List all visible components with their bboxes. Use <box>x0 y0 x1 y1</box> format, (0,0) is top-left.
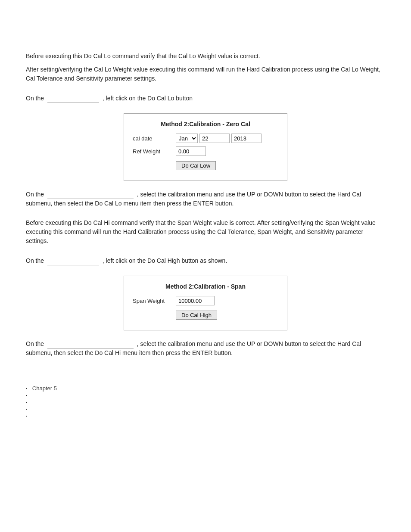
para-cal-lo-verify: Before executing this Do Cal Lo command … <box>26 52 385 61</box>
bullet-dot-2: • <box>26 392 27 399</box>
cal-date-year-input[interactable] <box>231 134 262 143</box>
page-content: Before executing this Do Cal Lo command … <box>0 0 411 445</box>
span-weight-row: Span Weight <box>133 296 278 305</box>
cal-date-label: cal date <box>133 135 176 142</box>
method2-zero-cal-box: Method 2:Calibration - Zero Cal cal date… <box>124 113 287 181</box>
chapter-label: Chapter 5 <box>32 383 57 392</box>
blank-device-2 <box>47 190 134 199</box>
method2-span-title: Method 2:Calibration - Span <box>133 283 278 290</box>
do-cal-low-row: Do Cal Low <box>133 159 278 170</box>
do-cal-low-button[interactable]: Do Cal Low <box>176 161 216 170</box>
do-cal-high-button[interactable]: Do Cal High <box>176 311 217 320</box>
cal-date-row: cal date Jan Feb Mar Apr May Jun Jul Aug… <box>133 134 278 143</box>
cal-date-day-input[interactable] <box>199 134 230 143</box>
ref-weight-input[interactable] <box>176 146 206 156</box>
footer-area: • • • • • Chapter 5 <box>26 383 385 420</box>
para-cal-lo-process: After setting/verifying the Cal Lo Weigh… <box>26 65 385 83</box>
method2-zero-title: Method 2:Calibration - Zero Cal <box>133 121 278 128</box>
on-the-line-1-suffix: , left click on the Do Cal Lo button <box>103 95 193 102</box>
on-the-line-1: On the , left click on the Do Cal Lo but… <box>26 93 385 103</box>
blank-device-1 <box>47 93 99 103</box>
para-cal-hi-verify: Before executing this Do Cal Hi command … <box>26 218 385 246</box>
on-the-line-4-prefix: On the <box>26 340 44 347</box>
bullet-dot-3: • <box>26 399 27 406</box>
bullet-column: • • • • • <box>26 385 27 420</box>
on-the-line-2-prefix: On the <box>26 191 44 198</box>
span-weight-input[interactable] <box>176 296 215 305</box>
bullet-dot-4: • <box>26 406 27 413</box>
on-the-line-3-suffix: , left click on the Do Cal High button a… <box>103 257 227 264</box>
blank-device-3 <box>47 256 99 265</box>
span-weight-label: Span Weight <box>133 298 176 304</box>
cal-date-month-select[interactable]: Jan Feb Mar Apr May Jun Jul Aug Sep Oct … <box>176 134 198 143</box>
on-the-line-3: On the , left click on the Do Cal High b… <box>26 256 385 265</box>
bullet-dot-1: • <box>26 385 27 392</box>
on-the-line-3-prefix: On the <box>26 257 44 264</box>
bullet-dot-5: • <box>26 413 27 420</box>
do-cal-high-row: Do Cal High <box>133 309 278 320</box>
method2-span-box: Method 2:Calibration - Span Span Weight … <box>124 276 287 330</box>
date-fields: Jan Feb Mar Apr May Jun Jul Aug Sep Oct … <box>176 134 262 143</box>
on-the-line-4: On the , select the calibration menu and… <box>26 339 385 358</box>
blank-device-4 <box>47 339 134 348</box>
ref-weight-label: Ref Weight <box>133 148 176 155</box>
on-the-line-2: On the , select the calibration menu and… <box>26 190 385 208</box>
ref-weight-row: Ref Weight <box>133 146 278 156</box>
on-the-line-1-prefix: On the <box>26 95 44 102</box>
